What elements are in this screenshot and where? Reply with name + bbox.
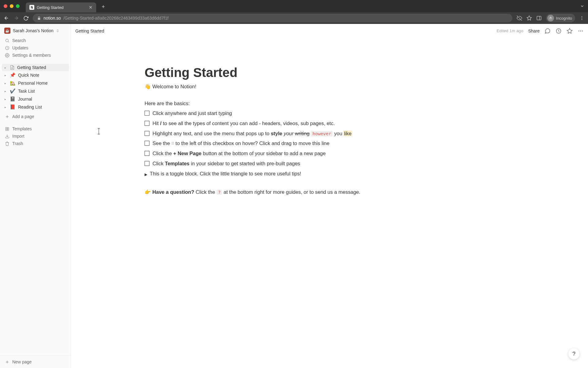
sidebar-new-page[interactable]: New page — [2, 358, 69, 366]
page-doc-icon — [10, 65, 15, 70]
chevron-right-icon[interactable]: ▸ — [3, 82, 7, 85]
sidebar-page-item[interactable]: ▸🏡Personal Home — [2, 79, 69, 87]
sidebar-page-item[interactable]: ▸📓Journal — [2, 95, 69, 103]
workspace-icon: ☕ — [4, 28, 10, 34]
trash-icon — [4, 141, 10, 146]
sidebar-page-label: Reading List — [18, 105, 42, 109]
bookmark-star-icon[interactable] — [526, 15, 532, 21]
share-button[interactable]: Share — [528, 29, 540, 33]
expand-workspace-icon — [56, 29, 59, 33]
incognito-avatar-icon — [547, 15, 554, 21]
sidebar-add-page-label: Add a page — [12, 114, 34, 119]
todo-item[interactable]: Click the + New Page button at the botto… — [145, 150, 365, 157]
toggle-block[interactable]: ▶ This is a toggle block. Click the litt… — [145, 170, 365, 178]
checkbox[interactable] — [145, 141, 149, 146]
svg-point-31 — [580, 30, 581, 31]
todo-item[interactable]: Hit / to see all the types of content yo… — [145, 120, 365, 127]
svg-rect-21 — [6, 127, 7, 128]
chevron-right-icon[interactable]: ▸ — [3, 66, 7, 69]
clock-icon — [4, 46, 10, 50]
new-tab-button[interactable]: + — [102, 4, 105, 10]
checkbox[interactable] — [145, 161, 149, 166]
sidebar-add-page[interactable]: Add a page — [2, 113, 69, 120]
topbar: Getting Started Edited 1m ago Share — [71, 24, 588, 38]
sidebar-search[interactable]: Search — [2, 37, 69, 44]
back-button[interactable] — [4, 15, 9, 21]
more-icon[interactable] — [578, 28, 584, 34]
sidebar-page-item[interactable]: ▸📕Reading List — [2, 103, 69, 111]
point-right-emoji-icon: 👉 — [145, 189, 151, 195]
sidebar-import[interactable]: Import — [2, 132, 69, 140]
basics-heading[interactable]: Here are the basics: — [145, 101, 365, 106]
chevron-right-icon[interactable]: ▸ — [3, 90, 7, 93]
search-icon — [4, 38, 10, 43]
page-emoji-icon: 📓 — [10, 96, 16, 102]
plus-icon — [4, 360, 10, 364]
todo-text: Click Templates in your sidebar to get s… — [153, 160, 300, 167]
svg-marker-4 — [527, 16, 532, 20]
chevron-right-icon[interactable]: ▸ — [3, 105, 7, 109]
browser-tab[interactable]: N Getting Started ✕ — [26, 2, 96, 12]
incognito-badge[interactable]: Incognito — [546, 14, 575, 22]
toggle-triangle-icon[interactable]: ▶ — [145, 172, 147, 177]
breadcrumb[interactable]: Getting Started — [75, 29, 104, 33]
svg-point-13 — [6, 39, 8, 42]
url-path: /Getting-Started-a8a8c20268c2463499d33a6… — [63, 16, 168, 21]
url-domain: notion.so — [43, 16, 61, 21]
panel-icon[interactable] — [536, 15, 542, 21]
sidebar-page-label: Getting Started — [17, 65, 46, 70]
sidebar-page-item[interactable]: ▸📌Quick Note — [2, 71, 69, 79]
help-fab[interactable]: ? — [568, 348, 579, 359]
page-content[interactable]: Getting Started 👋 Welcome to Notion! Her… — [71, 38, 588, 368]
welcome-line[interactable]: 👋 Welcome to Notion! — [145, 84, 365, 90]
sidebar-page-item[interactable]: ▸✔️Task List — [2, 87, 69, 95]
reload-button[interactable] — [23, 16, 28, 21]
todo-item[interactable]: Highlight any text, and use the menu tha… — [145, 130, 365, 137]
sidebar-trash-label: Trash — [12, 141, 23, 146]
close-tab-icon[interactable]: ✕ — [89, 5, 92, 10]
maximize-window-button[interactable] — [16, 4, 20, 8]
sidebar-page-label: Journal — [18, 97, 32, 102]
sidebar-page-item[interactable]: ▸Getting Started — [2, 64, 69, 71]
page-emoji-icon: ✔️ — [10, 88, 16, 94]
chevron-right-icon[interactable]: ▸ — [3, 98, 7, 101]
eye-off-icon[interactable] — [517, 15, 522, 21]
svg-rect-22 — [7, 127, 9, 128]
checkbox[interactable] — [145, 131, 149, 136]
close-window-button[interactable] — [4, 4, 7, 8]
sidebar-page-label: Quick Note — [18, 73, 39, 78]
address-bar[interactable]: notion.so/Getting-Started-a8a8c20268c246… — [33, 14, 512, 22]
sidebar-page-label: Personal Home — [18, 81, 48, 86]
edited-timestamp: Edited 1m ago — [497, 29, 523, 33]
todo-item[interactable]: Click Templates in your sidebar to get s… — [145, 160, 365, 167]
minimize-window-button[interactable] — [10, 4, 13, 8]
comments-icon[interactable] — [545, 28, 551, 34]
sidebar-trash[interactable]: Trash — [2, 140, 69, 147]
svg-rect-24 — [7, 129, 9, 130]
sidebar-settings[interactable]: Settings & members — [2, 52, 69, 59]
sidebar-import-label: Import — [12, 134, 24, 139]
text-cursor-icon — [99, 128, 99, 134]
sidebar-templates-label: Templates — [12, 126, 32, 131]
question-line[interactable]: 👉 Have a question? Click the ? at the bo… — [145, 188, 365, 196]
workspace-switcher[interactable]: ☕ Sarah Jonas's Notion — [0, 24, 71, 36]
page-emoji-icon: 📕 — [10, 104, 16, 110]
page-title[interactable]: Getting Started — [145, 65, 365, 80]
toggle-text: This is a toggle block. Click the little… — [150, 170, 301, 178]
svg-point-7 — [549, 18, 551, 19]
sidebar-templates[interactable]: Templates — [2, 125, 69, 132]
checkbox[interactable] — [145, 111, 149, 116]
checkbox[interactable] — [145, 151, 149, 156]
todo-item[interactable]: Click anywhere and just start typing — [145, 109, 365, 117]
sidebar-search-label: Search — [12, 38, 26, 43]
favorite-star-icon[interactable] — [567, 28, 573, 34]
forward-button[interactable] — [13, 15, 19, 21]
checkbox[interactable] — [145, 121, 149, 126]
history-icon[interactable] — [556, 28, 562, 34]
sidebar-updates[interactable]: Updates — [2, 44, 69, 52]
tabs-dropdown-icon[interactable] — [580, 4, 584, 8]
chevron-right-icon[interactable]: ▸ — [3, 74, 7, 77]
todo-item[interactable]: See the ⠿ to the left of this checkbox o… — [145, 140, 365, 147]
kebab-menu-icon[interactable] — [579, 16, 584, 21]
svg-rect-2 — [38, 18, 40, 19]
